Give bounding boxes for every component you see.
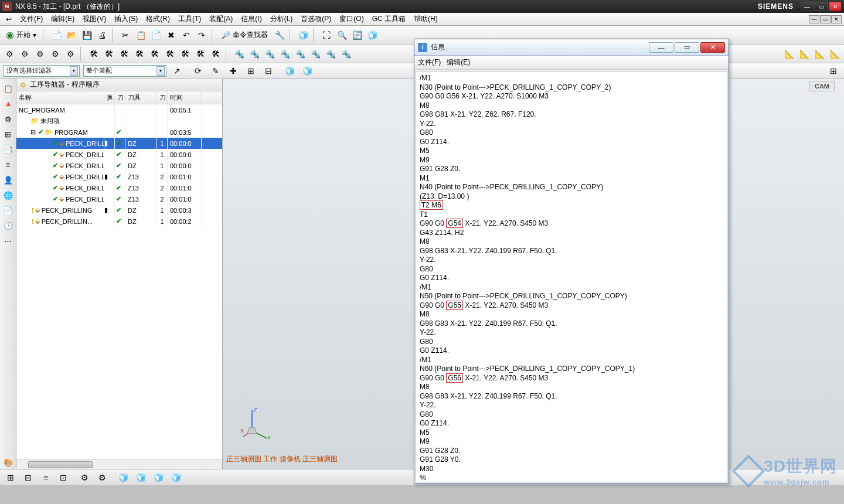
op2-icon[interactable]: ⚙ [18, 47, 32, 61]
new-file-icon[interactable]: 📄 [49, 28, 63, 42]
info-maximize-button[interactable]: ▭ [675, 42, 699, 53]
op7-icon[interactable]: 🛠 [102, 47, 116, 61]
op4-icon[interactable]: ⚙ [48, 47, 62, 61]
zoom-icon[interactable]: 🔍 [335, 28, 349, 42]
tree-row[interactable]: ✔⬙PECK_DRILL...✔Z13200:01:0 [16, 182, 222, 193]
nav-hscroll[interactable] [16, 459, 222, 469]
maximize-button[interactable]: ▭ [815, 2, 828, 11]
op12-icon[interactable]: 🛠 [178, 47, 192, 61]
menu-file[interactable]: 文件(F) [16, 13, 46, 25]
opr4-icon[interactable]: 📐 [828, 47, 842, 61]
sb1-icon[interactable]: ⊞ [4, 471, 18, 485]
col-c3[interactable]: 刀 [157, 91, 168, 104]
print-icon[interactable]: 🖨 [95, 28, 109, 42]
op18-icon[interactable]: 🔩 [278, 47, 292, 61]
rail-history-icon[interactable]: 📑 [2, 143, 15, 156]
close-button[interactable]: ✕ [829, 2, 842, 11]
tree-row[interactable]: ✔⬙PECK_DRILL...▮✔Z13200:01:0 [16, 171, 222, 182]
rail-clock-icon[interactable]: 🕒 [2, 219, 15, 232]
rail-palette-icon[interactable]: 🎨 [2, 456, 15, 469]
rail-roles-icon[interactable]: 👤 [2, 173, 15, 186]
opr3-icon[interactable]: 📐 [812, 47, 826, 61]
selection-filter-combo[interactable]: 没有选择过滤器▾ [4, 65, 80, 77]
sb2-icon[interactable]: ⊟ [21, 471, 35, 485]
menu-format[interactable]: 格式(R) [142, 13, 173, 25]
open-file-icon[interactable]: 📂 [64, 28, 79, 42]
rail-navigator-icon[interactable]: 📋 [2, 82, 15, 95]
col-name[interactable]: 名称 [16, 91, 104, 104]
sb8-icon[interactable]: 🧊 [134, 471, 148, 485]
tree-row[interactable]: NC_PROGRAM00:05:1 [16, 104, 222, 115]
mdi-restore-button[interactable]: ▭ [820, 15, 831, 23]
sb7-icon[interactable]: 🧊 [116, 471, 130, 485]
op8-icon[interactable]: 🛠 [117, 47, 131, 61]
tree-row[interactable]: ✔⬙PECK_DRILL...✔Z13200:01:0 [16, 193, 222, 205]
copy-icon[interactable]: 📋 [134, 28, 148, 42]
info-close-button[interactable]: ✕ [700, 42, 725, 53]
info-minimize-button[interactable]: — [649, 42, 673, 53]
sb5-icon[interactable]: ⚙ [77, 471, 91, 485]
sb3-icon[interactable]: ≡ [39, 471, 53, 485]
tree-row[interactable]: ✔⬙PECK_DRILL...✔DZ100:00:0 [16, 149, 222, 160]
delete-icon[interactable]: ✖ [164, 28, 178, 42]
scope-filter-combo[interactable]: 整个装配▾ [83, 65, 166, 77]
menu-gc-toolbox[interactable]: GC 工具箱 [369, 13, 409, 25]
op21-icon[interactable]: 🔩 [324, 47, 338, 61]
tree-row[interactable]: ✔⬙PECK_DRILL...▮✔DZ100:00:0 [16, 138, 222, 149]
menu-insert[interactable]: 插入(S) [111, 13, 141, 25]
rail-machine-icon[interactable]: ⚙ [2, 113, 15, 125]
filter-f-icon[interactable]: ⊟ [261, 64, 275, 78]
menu-assembly[interactable]: 装配(A) [206, 13, 236, 25]
filter-g-icon[interactable]: 🧊 [283, 64, 297, 78]
op20-icon[interactable]: 🔩 [308, 47, 322, 61]
fit-view-icon[interactable]: ⛶ [319, 28, 333, 42]
op16-icon[interactable]: 🔩 [247, 47, 261, 61]
sb6-icon[interactable]: ⚙ [95, 471, 109, 485]
op5-icon[interactable]: ⚙ [63, 47, 77, 61]
filter-b-icon[interactable]: ⟳ [191, 64, 205, 78]
op10-icon[interactable]: 🛠 [148, 47, 162, 61]
op3-icon[interactable]: ⚙ [33, 47, 47, 61]
col-time[interactable]: 时间 [168, 91, 202, 104]
op11-icon[interactable]: 🛠 [163, 47, 177, 61]
info-body[interactable]: /M1N30 (Point to Point--->PECK_DRILLING_… [416, 71, 727, 482]
undo-icon[interactable]: ↶ [179, 28, 193, 42]
menu-info[interactable]: 信息(I) [237, 13, 265, 25]
op13-icon[interactable]: 🛠 [193, 47, 207, 61]
rail-layers-icon[interactable]: ≡ [2, 158, 15, 171]
filter-d-icon[interactable]: ✚ [226, 64, 240, 78]
filter-c-icon[interactable]: ✎ [209, 64, 223, 78]
op9-icon[interactable]: 🛠 [132, 47, 147, 61]
redo-icon[interactable]: ↷ [195, 28, 209, 42]
shade-icon[interactable]: 🧊 [365, 28, 379, 42]
tool-a-icon[interactable]: 🔧 [273, 28, 287, 42]
menu-tools[interactable]: 工具(T) [175, 13, 205, 25]
op19-icon[interactable]: 🔩 [293, 47, 307, 61]
sb10-icon[interactable]: 🧊 [169, 471, 183, 485]
menu-window[interactable]: 窗口(O) [336, 13, 367, 25]
filter-h-icon[interactable]: 🧊 [300, 64, 314, 78]
tree-row[interactable]: !⬙PECK_DRILLING▮✔DZ100:00:3 [16, 205, 222, 216]
tree-row[interactable]: ⊟✔📁PROGRAM✔00:03:5 [16, 127, 222, 138]
menu-analysis[interactable]: 分析(L) [267, 13, 297, 25]
rail-part-icon[interactable]: 🔺 [2, 97, 15, 110]
nav-body[interactable]: NC_PROGRAM00:05:1📁未用项⊟✔📁PROGRAM✔00:03:5✔… [16, 104, 222, 459]
col-change[interactable]: 换 [104, 91, 115, 104]
tool-b-icon[interactable]: 🧊 [296, 28, 310, 42]
mdi-close-button[interactable]: ✕ [831, 15, 842, 23]
col-tool-flag[interactable]: 刀 [115, 91, 125, 104]
op6-icon[interactable]: 🛠 [87, 47, 101, 61]
info-menu-file[interactable]: 文件(F) [418, 57, 441, 67]
op14-icon[interactable]: 🛠 [209, 47, 223, 61]
op22-icon[interactable]: 🔩 [339, 47, 353, 61]
menu-nav-icon[interactable]: ↩ [2, 14, 15, 25]
sb9-icon[interactable]: 🧊 [151, 471, 165, 485]
rotate-icon[interactable]: 🔄 [350, 28, 364, 42]
op1-icon[interactable]: ⚙ [2, 47, 16, 61]
sb4-icon[interactable]: ⊡ [56, 471, 70, 485]
start-button[interactable]: ◉开始▾ [2, 28, 40, 42]
tree-row[interactable]: 📁未用项 [16, 115, 222, 127]
filter-e-icon[interactable]: ⊞ [244, 64, 258, 78]
menu-edit[interactable]: 编辑(E) [47, 13, 78, 25]
tree-row[interactable]: ✔⬙PECK_DRILL...✔DZ100:00:0 [16, 160, 222, 171]
